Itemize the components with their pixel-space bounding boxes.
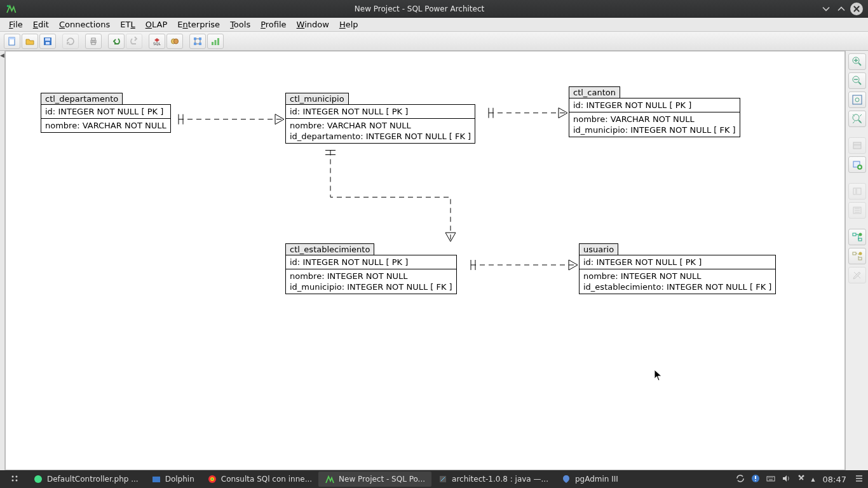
menu-help[interactable]: Help bbox=[334, 18, 363, 30]
toolbar-layout-button[interactable] bbox=[189, 34, 206, 49]
svg-point-56 bbox=[211, 478, 213, 480]
window-close-button[interactable] bbox=[850, 3, 863, 15]
window-titlebar: New Project - SQL Power Architect bbox=[0, 0, 868, 18]
menu-etl[interactable]: ETL bbox=[115, 18, 140, 30]
palette-nonidentifying-rel-button[interactable] bbox=[848, 248, 866, 264]
entity-ctl-municipio[interactable]: ctl_municipio id: INTEGER NOT NULL [ PK … bbox=[285, 93, 475, 144]
tray-sync-icon[interactable] bbox=[735, 473, 745, 485]
svg-point-11 bbox=[174, 39, 179, 44]
svg-rect-16 bbox=[212, 42, 214, 45]
entity-ctl-canton[interactable]: ctl_canton id: INTEGER NOT NULL [ PK ] n… bbox=[569, 86, 740, 137]
menu-connections[interactable]: Connections bbox=[54, 18, 115, 30]
svg-point-44 bbox=[858, 233, 862, 236]
palette-zoom-out-button[interactable] bbox=[848, 72, 866, 89]
entity-usuario[interactable]: usuario id: INTEGER NOT NULL [ PK ] nomb… bbox=[579, 243, 776, 294]
svg-point-49 bbox=[16, 476, 18, 478]
menu-bar: File Edit Connections ETL OLAP Enterpris… bbox=[0, 18, 868, 32]
palette-identifying-rel-button[interactable] bbox=[848, 229, 866, 245]
taskbar-item[interactable]: architect-1.0.8 : java —... bbox=[431, 471, 555, 487]
mouse-cursor-icon bbox=[654, 369, 663, 382]
os-taskbar: DefaultController.php ... Dolphin Consul… bbox=[0, 470, 868, 488]
menu-file[interactable]: File bbox=[4, 18, 28, 30]
toolbar-save-button[interactable] bbox=[39, 34, 56, 49]
palette-edit-rel-button[interactable] bbox=[848, 267, 866, 283]
entity-pk: id: INTEGER NOT NULL [ PK ] bbox=[583, 257, 771, 268]
tool-palette bbox=[845, 51, 868, 470]
entity-attr: nombre: VARCHAR NOT NULL bbox=[45, 120, 166, 131]
taskbar-item[interactable]: pgAdmin III bbox=[555, 471, 625, 487]
svg-point-61 bbox=[802, 475, 804, 477]
svg-rect-42 bbox=[853, 233, 856, 236]
svg-rect-5 bbox=[46, 42, 50, 44]
diagram-canvas[interactable]: ctl_departamento id: INTEGER NOT NULL [ … bbox=[5, 51, 845, 470]
left-collapse-handle[interactable]: ◀ bbox=[0, 51, 5, 470]
entity-pk: id: INTEGER NOT NULL [ PK ] bbox=[290, 106, 471, 117]
tray-volume-icon[interactable] bbox=[781, 473, 791, 485]
entity-attr: id_establecimiento: INTEGER NOT NULL [ F… bbox=[583, 281, 771, 292]
taskbar-item[interactable]: Consulta SQl con inne... bbox=[201, 471, 318, 487]
toolbar-profile-button[interactable] bbox=[207, 34, 224, 49]
toolbar-undo-button[interactable] bbox=[108, 34, 125, 49]
taskbar-item[interactable]: Dolphin bbox=[145, 471, 201, 487]
entity-ctl-establecimiento[interactable]: ctl_establecimiento id: INTEGER NOT NULL… bbox=[285, 243, 457, 294]
entity-ctl-departamento[interactable]: ctl_departamento id: INTEGER NOT NULL [ … bbox=[41, 93, 171, 133]
tray-keyboard-icon[interactable] bbox=[766, 473, 776, 485]
svg-point-50 bbox=[12, 480, 14, 482]
toolbar-print-button[interactable] bbox=[85, 34, 102, 49]
menu-olap[interactable]: OLAP bbox=[140, 18, 173, 30]
svg-rect-40 bbox=[855, 188, 857, 194]
toolbar-redo-button[interactable] bbox=[126, 34, 142, 49]
window-minimize-button[interactable] bbox=[820, 3, 832, 15]
svg-rect-32 bbox=[853, 95, 862, 104]
menu-tools[interactable]: Tools bbox=[225, 18, 255, 30]
svg-rect-8 bbox=[92, 43, 95, 44]
taskbar-item[interactable]: DefaultController.php ... bbox=[27, 471, 145, 487]
svg-text:SQL: SQL bbox=[153, 41, 161, 46]
menu-enterprise[interactable]: Enterprise bbox=[172, 18, 225, 30]
system-tray: ▴ 08:47 bbox=[735, 473, 865, 485]
svg-point-0 bbox=[7, 5, 9, 7]
tray-clock[interactable]: 08:47 bbox=[823, 475, 846, 484]
palette-zoom-in-button[interactable] bbox=[848, 53, 866, 70]
taskbar-launcher[interactable] bbox=[4, 471, 27, 487]
svg-rect-18 bbox=[217, 38, 219, 45]
svg-rect-13 bbox=[199, 37, 201, 40]
svg-rect-43 bbox=[858, 238, 862, 241]
palette-table-button[interactable] bbox=[848, 137, 866, 154]
tray-expand-icon[interactable]: ▴ bbox=[811, 475, 815, 484]
tray-clipboard-icon[interactable] bbox=[796, 473, 806, 485]
taskbar-item-active[interactable]: New Project - SQL Po... bbox=[318, 471, 431, 487]
toolbar-new-button[interactable] bbox=[4, 34, 20, 49]
menu-profile[interactable]: Profile bbox=[255, 18, 291, 30]
main-area: ◀ bbox=[0, 51, 868, 470]
toolbar-open-button[interactable] bbox=[22, 34, 38, 49]
window-maximize-button[interactable] bbox=[835, 3, 848, 15]
toolbar-refresh-button[interactable] bbox=[62, 34, 79, 49]
menu-window[interactable]: Window bbox=[292, 18, 334, 30]
toolbar-compare-button[interactable] bbox=[166, 34, 183, 49]
tray-update-icon[interactable] bbox=[750, 473, 761, 485]
palette-index-button[interactable] bbox=[848, 202, 866, 219]
svg-rect-2 bbox=[9, 37, 15, 39]
entity-name: ctl_canton bbox=[569, 86, 620, 98]
palette-zoom-reset-button[interactable] bbox=[848, 111, 866, 127]
svg-point-33 bbox=[855, 98, 859, 102]
svg-rect-14 bbox=[194, 43, 196, 45]
tray-menu-icon[interactable] bbox=[854, 473, 864, 485]
entity-pk: id: INTEGER NOT NULL [ PK ] bbox=[45, 106, 166, 117]
entity-name: ctl_establecimiento bbox=[285, 243, 374, 255]
palette-zoom-fit-button[interactable] bbox=[848, 92, 866, 108]
entity-pk: id: INTEGER NOT NULL [ PK ] bbox=[573, 100, 736, 111]
entity-attr: id_departamento: INTEGER NOT NULL [ FK ] bbox=[290, 131, 471, 142]
window-title: New Project - SQL Power Architect bbox=[22, 4, 817, 13]
palette-column-button[interactable] bbox=[848, 183, 866, 200]
svg-rect-15 bbox=[199, 43, 201, 45]
menu-edit[interactable]: Edit bbox=[28, 18, 54, 30]
entity-attr: id_municipio: INTEGER NOT NULL [ FK ] bbox=[573, 125, 736, 135]
app-icon bbox=[5, 3, 17, 15]
entity-name: usuario bbox=[579, 243, 618, 255]
svg-rect-35 bbox=[853, 142, 861, 149]
palette-insert-table-button[interactable] bbox=[848, 156, 866, 173]
toolbar-sql-button[interactable]: SQL bbox=[149, 34, 165, 49]
svg-rect-59 bbox=[767, 477, 775, 481]
